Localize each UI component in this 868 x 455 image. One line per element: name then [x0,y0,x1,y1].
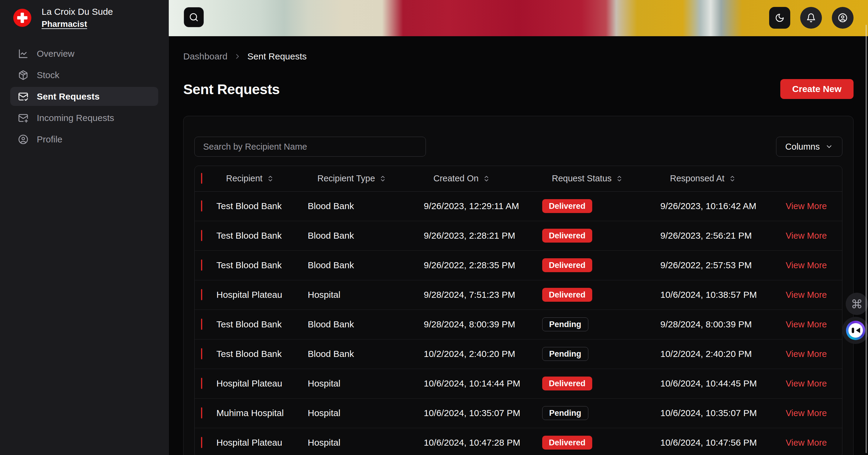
brand: La Croix Du Sude Pharmacist [0,0,168,36]
search-button[interactable] [184,7,204,27]
search-icon [189,12,198,22]
view-more-link[interactable]: View More [786,408,827,418]
status-badge: Delivered [542,376,592,391]
row-checkbox[interactable] [201,348,202,359]
view-more-link[interactable]: View More [786,379,827,388]
cell-recipient: Hospital Plateau [216,369,308,398]
dark-mode-toggle-button[interactable] [769,7,790,29]
sort-header-recipient[interactable]: Recipient [226,173,274,183]
row-checkbox[interactable] [201,230,202,241]
sort-header-responsed-at[interactable]: Responsed At [670,173,736,183]
cell-recipient-type: Hospital [308,369,424,398]
sort-header-created-on[interactable]: Created On [433,173,490,183]
sort-header-request-status[interactable]: Request Status [552,173,623,183]
cell-request-status: Delivered [542,250,660,280]
cell-recipient: Hospital Plateau [216,280,308,310]
cell-created-on: 9/28/2024, 7:51:23 PM [424,280,542,310]
page-scrollbar[interactable] [866,25,867,453]
row-checkbox[interactable] [201,259,202,271]
search-recipient-input[interactable] [194,137,426,157]
brand-name: La Croix Du Sude [41,5,113,18]
breadcrumb-dashboard[interactable]: Dashboard [183,51,227,61]
sidebar-item-sent-requests[interactable]: Sent Requests [10,87,158,106]
cell-request-status: Pending [542,310,660,339]
view-more-link[interactable]: View More [786,201,827,211]
cell-action: View More [786,339,842,369]
cell-request-status: Delivered [542,191,660,221]
chevrons-up-down-icon [379,175,386,182]
cell-request-status: Delivered [542,428,660,455]
cell-recipient: Test Blood Bank [216,191,308,221]
select-all-checkbox[interactable] [201,173,202,184]
mail-plus-icon [18,113,28,123]
status-badge: Delivered [542,288,592,302]
view-more-link[interactable]: View More [786,349,827,359]
cell-action: View More [786,250,842,280]
chevrons-up-down-icon [729,175,736,182]
cell-responsed-at: 9/26/2022, 2:57:53 PM [660,250,786,280]
cell-created-on: 9/26/2022, 2:28:35 PM [424,250,542,280]
sort-header-recipient-type[interactable]: Recipient Type [317,173,386,183]
cell-recipient: Test Blood Bank [216,250,308,280]
cell-created-on: 10/2/2024, 2:40:20 PM [424,339,542,369]
table-body: Test Blood BankBlood Bank9/26/2023, 12:2… [195,191,842,455]
row-checkbox[interactable] [201,437,202,448]
row-checkbox[interactable] [201,200,202,211]
view-more-link[interactable]: View More [786,319,827,329]
cell-request-status: Delivered [542,221,660,250]
columns-dropdown-button[interactable]: Columns [776,137,842,157]
table-row: Muhima HospitalHospital10/6/2024, 10:35:… [195,398,842,428]
chevrons-up-down-icon [267,175,274,182]
brand-role-link[interactable]: Pharmacist [41,18,113,30]
view-more-link[interactable]: View More [786,260,827,270]
view-more-link[interactable]: View More [786,438,827,448]
status-badge: Delivered [542,436,592,450]
requests-card: Columns Recipient Recipient Type Created… [183,116,854,455]
row-checkbox[interactable] [201,378,202,389]
table-row: Hospital PlateauHospital10/6/2024, 10:47… [195,428,842,455]
table-row: Test Blood BankBlood Bank9/26/2023, 2:28… [195,221,842,250]
cell-recipient-type: Blood Bank [308,310,424,339]
user-circle-icon [838,13,847,23]
profile-menu-button[interactable] [832,7,854,29]
status-badge: Pending [542,317,588,331]
view-more-link[interactable]: View More [786,231,827,240]
cell-recipient-type: Hospital [308,280,424,310]
sidebar-item-stock[interactable]: Stock [10,65,158,84]
requests-table: Recipient Recipient Type Created On Requ… [194,166,842,455]
moon-icon [775,13,784,23]
notifications-button[interactable] [800,7,822,29]
cell-responsed-at: 10/6/2024, 10:38:57 PM [660,280,786,310]
assistant-widget-button[interactable] [842,317,868,344]
view-more-link[interactable]: View More [786,290,827,300]
cell-responsed-at: 9/26/2023, 10:16:42 AM [660,191,786,221]
table-row: Test Blood BankBlood Bank9/26/2023, 12:2… [195,191,842,221]
cell-recipient-type: Blood Bank [308,339,424,369]
cell-recipient-type: Blood Bank [308,221,424,250]
sidebar-item-incoming-requests[interactable]: Incoming Requests [10,108,158,127]
cell-responsed-at: 10/6/2024, 10:47:56 PM [660,428,786,455]
row-checkbox[interactable] [201,319,202,330]
row-checkbox[interactable] [201,289,202,300]
cell-created-on: 9/26/2023, 12:29:11 AM [424,191,542,221]
status-badge: Delivered [542,229,592,243]
cell-recipient: Hospital Plateau [216,428,308,455]
create-new-button[interactable]: Create New [780,79,854,99]
sidebar-item-overview[interactable]: Overview [10,44,158,63]
red-cross-logo-icon [13,9,31,27]
columns-dropdown-label: Columns [785,142,820,152]
app-window: La Croix Du Sude Pharmacist Overview Sto… [0,0,868,455]
cell-action: View More [786,191,842,221]
status-badge: Delivered [542,199,592,213]
table-row: Hospital PlateauHospital10/6/2024, 10:14… [195,369,842,398]
cell-recipient-type: Hospital [308,398,424,428]
sidebar-item-label: Stock [37,70,59,80]
cell-responsed-at: 10/6/2024, 10:44:45 PM [660,369,786,398]
cell-request-status: Delivered [542,280,660,310]
mail-check-icon [18,91,28,102]
row-checkbox[interactable] [201,407,202,419]
main-content: Dashboard Sent Requests Sent Requests Cr… [169,36,868,455]
cell-responsed-at: 10/6/2024, 10:35:07 PM [660,398,786,428]
apps-widget-button[interactable] [846,293,868,315]
sidebar-item-profile[interactable]: Profile [10,130,158,149]
